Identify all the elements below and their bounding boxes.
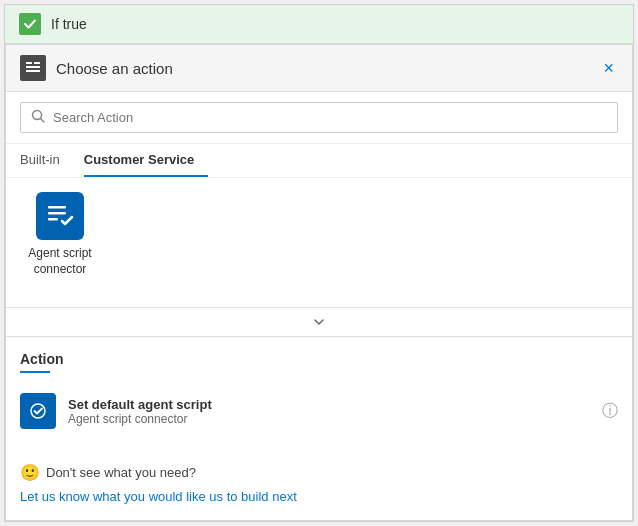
close-button[interactable]: × bbox=[599, 57, 618, 79]
connector-icon-box bbox=[36, 192, 84, 240]
svg-rect-6 bbox=[48, 206, 66, 209]
dont-see-text: 🙂 Don't see what you need? bbox=[20, 463, 618, 482]
action-text: Set default agent script Agent script co… bbox=[68, 397, 590, 426]
if-true-label: If true bbox=[51, 16, 87, 32]
actions-area: Action Set default agent script Agent sc… bbox=[6, 337, 632, 520]
panel-header: Choose an action × bbox=[6, 45, 632, 92]
panel-title-icon bbox=[20, 55, 46, 81]
svg-rect-2 bbox=[26, 70, 40, 72]
panel-title: Choose an action bbox=[56, 60, 173, 77]
svg-line-5 bbox=[41, 119, 45, 123]
search-bar bbox=[6, 92, 632, 144]
search-input-wrap[interactable] bbox=[20, 102, 618, 133]
action-name: Set default agent script bbox=[68, 397, 590, 412]
collapse-bar[interactable] bbox=[6, 308, 632, 337]
actions-title: Action bbox=[20, 351, 618, 367]
feedback-link[interactable]: Let us know what you would like us to bu… bbox=[20, 489, 297, 504]
if-true-bar: If true bbox=[5, 5, 633, 44]
connector-agent-script[interactable]: Agent script connector bbox=[20, 192, 100, 277]
connector-label: Agent script connector bbox=[20, 246, 100, 277]
check-icon bbox=[19, 13, 41, 35]
dont-see-label: Don't see what you need? bbox=[46, 465, 196, 480]
svg-rect-0 bbox=[26, 62, 32, 64]
info-icon[interactable]: ⓘ bbox=[602, 401, 618, 422]
actions-title-underline bbox=[20, 371, 50, 373]
tabs-bar: Built-in Customer Service bbox=[6, 144, 632, 178]
panel-header-left: Choose an action bbox=[20, 55, 173, 81]
tab-customer-service[interactable]: Customer Service bbox=[84, 144, 209, 177]
svg-rect-3 bbox=[34, 62, 40, 64]
svg-rect-7 bbox=[48, 212, 66, 215]
svg-rect-8 bbox=[48, 218, 58, 221]
svg-point-9 bbox=[31, 404, 45, 418]
choose-action-panel: Choose an action × Built-in Customer Ser… bbox=[5, 44, 633, 521]
smiley-icon: 🙂 bbox=[20, 463, 40, 482]
search-input[interactable] bbox=[53, 110, 607, 125]
main-container: If true Choose an action × bbox=[4, 4, 634, 522]
svg-rect-1 bbox=[26, 66, 40, 68]
dont-see-section: 🙂 Don't see what you need? Let us know w… bbox=[20, 453, 618, 504]
action-icon-box bbox=[20, 393, 56, 429]
connectors-area: Agent script connector bbox=[6, 178, 632, 308]
action-item-set-default[interactable]: Set default agent script Agent script co… bbox=[20, 385, 618, 437]
action-source: Agent script connector bbox=[68, 412, 590, 426]
search-icon bbox=[31, 109, 45, 126]
tab-built-in[interactable]: Built-in bbox=[20, 144, 74, 177]
